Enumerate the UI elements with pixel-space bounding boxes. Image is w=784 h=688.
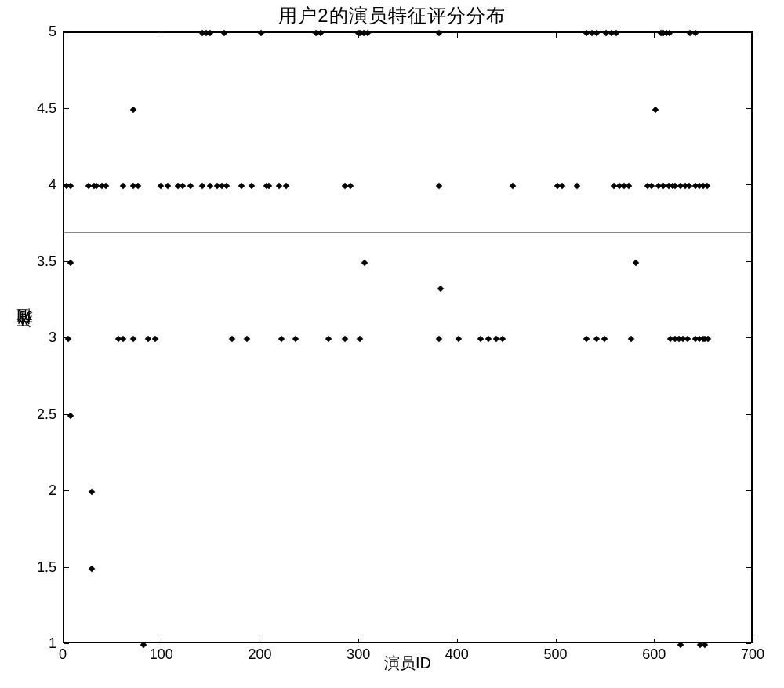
data-point xyxy=(249,183,255,189)
data-point xyxy=(103,183,109,189)
data-point xyxy=(325,336,332,342)
data-point xyxy=(130,336,136,342)
y-axis-label: 评分均值 xyxy=(14,31,33,643)
data-point xyxy=(318,30,324,36)
x-tick-label: 700 xyxy=(741,646,764,663)
data-point xyxy=(435,30,441,36)
data-point xyxy=(437,285,444,291)
data-point xyxy=(456,336,462,342)
data-point xyxy=(220,30,227,36)
data-point xyxy=(626,183,632,189)
data-point xyxy=(510,183,516,189)
data-point xyxy=(477,336,483,342)
data-point xyxy=(361,259,368,265)
data-point xyxy=(199,183,205,189)
x-tick-label: 100 xyxy=(150,646,173,663)
data-point xyxy=(593,30,600,36)
data-point xyxy=(435,336,441,342)
data-point xyxy=(342,336,348,342)
y-tick-label: 3.5 xyxy=(37,253,56,269)
reference-line xyxy=(64,232,751,233)
data-point xyxy=(652,106,659,112)
data-point xyxy=(677,642,683,648)
data-point xyxy=(158,183,164,189)
y-tick-label: 4 xyxy=(49,177,56,193)
data-point xyxy=(207,30,213,36)
data-point xyxy=(365,30,371,36)
data-point xyxy=(283,183,289,189)
y-tick-label: 2 xyxy=(49,482,56,499)
data-point xyxy=(223,183,230,189)
y-tick-label: 1 xyxy=(49,635,56,652)
x-tick-label: 300 xyxy=(347,646,370,663)
data-point xyxy=(633,259,639,265)
x-tick-label: 600 xyxy=(642,646,666,663)
y-tick-label: 4.5 xyxy=(37,100,56,116)
data-point xyxy=(573,183,579,189)
data-point xyxy=(207,183,213,189)
data-point xyxy=(485,336,491,342)
data-point xyxy=(89,565,95,571)
data-point xyxy=(276,183,282,189)
data-point xyxy=(165,183,171,189)
x-tick-label: 200 xyxy=(248,646,271,663)
x-tick-label: 0 xyxy=(59,646,67,663)
x-tick-label: 500 xyxy=(544,646,568,663)
y-tick-label: 2.5 xyxy=(37,406,56,422)
scatter-chart: 用户2的演员特征评分分布 演员ID 评分均值 01002003004005006… xyxy=(0,0,784,688)
data-point xyxy=(601,336,608,342)
data-point xyxy=(702,642,708,648)
data-point xyxy=(583,336,590,342)
data-point xyxy=(492,336,499,342)
y-tick-label: 3 xyxy=(49,329,56,346)
data-point xyxy=(120,183,126,189)
data-point xyxy=(145,336,151,342)
data-point xyxy=(228,336,234,342)
data-point xyxy=(648,183,655,189)
data-point xyxy=(180,183,186,189)
plot-area xyxy=(63,31,753,643)
data-point xyxy=(347,183,353,189)
y-tick-label: 1.5 xyxy=(37,559,56,575)
data-point xyxy=(89,489,95,495)
y-tick-label: 5 xyxy=(49,24,56,40)
data-point xyxy=(593,336,600,342)
data-point xyxy=(628,336,634,342)
data-point xyxy=(278,336,284,342)
data-point xyxy=(120,336,126,342)
data-point xyxy=(243,336,249,342)
data-point xyxy=(357,336,363,342)
data-point xyxy=(238,183,245,189)
data-point xyxy=(499,336,506,342)
data-point xyxy=(187,183,194,189)
data-point xyxy=(435,183,441,189)
x-tick-label: 400 xyxy=(445,646,469,663)
data-point xyxy=(135,183,141,189)
data-point xyxy=(691,30,698,36)
data-point xyxy=(151,336,158,342)
data-point xyxy=(684,336,690,342)
data-point xyxy=(140,642,146,648)
data-point xyxy=(130,106,136,112)
data-point xyxy=(613,30,619,36)
chart-title: 用户2的演员特征评分分布 xyxy=(0,3,784,28)
data-point xyxy=(559,183,565,189)
data-point xyxy=(292,336,299,342)
